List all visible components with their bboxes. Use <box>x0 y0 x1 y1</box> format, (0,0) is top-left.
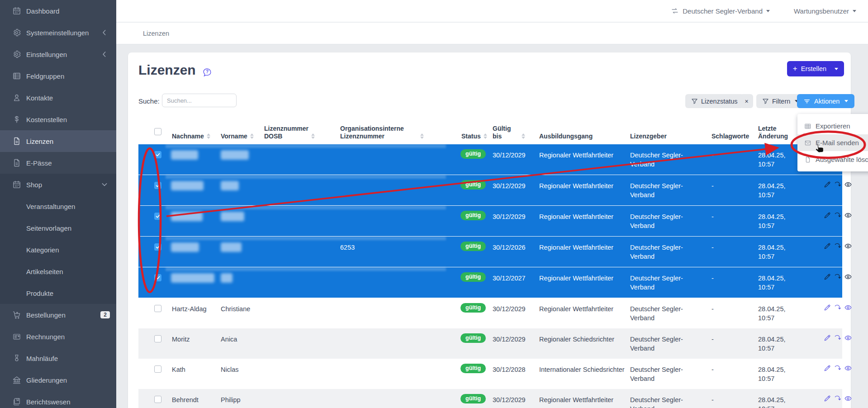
view-button[interactable] <box>844 304 852 312</box>
help-icon[interactable]: ? <box>202 65 212 75</box>
sort-arrows-icon[interactable] <box>522 133 525 139</box>
license-status-filter-chip[interactable]: Lizenzstatus <box>685 94 744 108</box>
status-badge: gültig <box>460 333 486 343</box>
table-row[interactable]: gültig30/12/2027Regionaler Wettfahrtleit… <box>138 267 842 298</box>
org-switcher[interactable]: Deutscher Segler-Verband <box>671 7 770 15</box>
table-row[interactable]: BehrendtPhilippgültig30/12/2029Regionale… <box>138 389 842 408</box>
renew-button[interactable] <box>834 180 842 189</box>
view-button[interactable] <box>844 364 852 372</box>
cell-valid-until: 30/12/2029 <box>493 151 525 160</box>
pencil-icon <box>823 364 831 372</box>
table-row[interactable]: MoritzAnicagültig30/12/2029Regionaler Sc… <box>138 328 842 359</box>
sidebar-item-artikelseiten[interactable]: Artikelseiten <box>0 261 116 282</box>
column-header-5[interactable]: Status <box>461 133 489 140</box>
view-button[interactable] <box>844 273 852 281</box>
sidebar-item-kategorien[interactable]: Kategorien <box>0 239 116 261</box>
edit-button[interactable] <box>823 304 831 312</box>
table-row[interactable]: 6253gültig30/12/2026Regionaler Wettfahrt… <box>138 237 842 267</box>
sidebar-item-lizenzen[interactable]: Lizenzen <box>0 130 116 152</box>
sidebar-item-kontakte[interactable]: Kontakte <box>0 87 116 109</box>
sort-arrows-icon[interactable] <box>207 133 210 139</box>
view-button[interactable] <box>844 334 852 342</box>
view-button[interactable] <box>844 394 852 403</box>
row-checkbox[interactable] <box>154 274 161 281</box>
license-status-filter-remove-button[interactable]: × <box>740 94 753 108</box>
sort-arrows-icon[interactable] <box>484 133 487 139</box>
search-input[interactable] <box>162 94 237 107</box>
row-checkbox[interactable] <box>154 335 161 342</box>
row-checkbox[interactable] <box>154 182 161 189</box>
column-header-2[interactable]: Vorname <box>221 133 259 140</box>
sidebar-item-kostenstellen[interactable]: Kostenstellen <box>0 109 116 130</box>
column-header-1[interactable]: Nachname <box>172 133 215 140</box>
sidebar-item-bestellungen[interactable]: Bestellungen2 <box>0 304 116 326</box>
row-checkbox[interactable] <box>154 243 161 251</box>
sidebar-item-veranstaltungen[interactable]: Veranstaltungen <box>0 195 116 217</box>
renew-button[interactable] <box>834 273 842 281</box>
column-header-3[interactable]: Lizenznummer DOSB <box>264 125 315 140</box>
view-button[interactable] <box>844 180 852 189</box>
row-checkbox[interactable] <box>154 305 161 312</box>
menu-item-e-mail-senden[interactable]: E-Mail senden <box>797 134 868 151</box>
sidebar-item-feldgruppen[interactable]: Feldgruppen <box>0 65 116 87</box>
sidebar-item-seitenvorlagen[interactable]: Seitenvorlagen <box>0 217 116 239</box>
table-row[interactable]: gültig30/12/2029Regionaler Wettfahrtleit… <box>138 206 842 237</box>
renew-button[interactable] <box>834 211 842 219</box>
sidebar-item-systemeinstellungen[interactable]: Systemeinstellungen <box>0 22 116 43</box>
breadcrumb[interactable]: Lizenzen <box>143 30 169 37</box>
rotate-icon <box>834 211 842 219</box>
sort-arrows-icon[interactable] <box>250 133 254 139</box>
sidebar-item-e-pässe[interactable]: E-Pässe <box>0 152 116 174</box>
create-button[interactable]: + Erstellen <box>787 61 844 76</box>
renew-button[interactable] <box>834 334 842 342</box>
edit-button[interactable] <box>823 242 831 250</box>
edit-button[interactable] <box>823 180 831 189</box>
renew-button[interactable] <box>834 304 842 312</box>
table-row[interactable]: gültig30/12/2029Regionaler Wettfahrtleit… <box>138 144 842 175</box>
edit-button[interactable] <box>823 364 831 372</box>
mail-icon <box>804 139 811 147</box>
pencil-icon <box>823 394 831 403</box>
actions-button[interactable]: Aktionen <box>797 94 854 108</box>
person-icon <box>12 93 21 102</box>
renew-button[interactable] <box>834 394 842 403</box>
sidebar-item-gliederungen[interactable]: Gliederungen <box>0 369 116 391</box>
table-row[interactable]: KathNiclasgültig30/12/2028Internationale… <box>138 359 842 389</box>
table-row[interactable]: gültig30/12/2029Regionaler Wettfahrtleit… <box>138 175 842 206</box>
pencil-icon <box>823 180 831 189</box>
edit-button[interactable] <box>823 273 831 281</box>
menu-item-ausgewählte-löschen[interactable]: Ausgewählte löschen <box>797 151 868 168</box>
edit-button[interactable] <box>823 394 831 403</box>
sidebar-item-einstellungen[interactable]: Einstellungen <box>0 43 116 65</box>
edit-button[interactable] <box>823 211 831 219</box>
sort-arrows-icon[interactable] <box>311 133 315 139</box>
row-checkbox[interactable] <box>154 151 161 158</box>
sidebar-item-dashboard[interactable]: Dashboard <box>0 0 116 22</box>
menu-item-exportieren[interactable]: Exportieren <box>797 118 868 134</box>
cell-first-name: Christiane <box>221 304 259 313</box>
view-button[interactable] <box>844 211 852 219</box>
redacted-first-name <box>221 150 249 160</box>
redacted-first-name <box>221 212 244 221</box>
sidebar-item-mahnläufe[interactable]: Mahnläufe <box>0 347 116 369</box>
select-all-checkbox[interactable] <box>154 128 161 135</box>
sidebar-item-rechnungen[interactable]: Rechnungen <box>0 326 116 347</box>
row-checkbox[interactable] <box>154 396 161 403</box>
redacted-first-name <box>221 273 232 283</box>
renew-button[interactable] <box>834 242 842 250</box>
column-header-4[interactable]: Organisationsinterne Lizenznummer <box>340 125 424 140</box>
table-row[interactable]: Hartz-AldagChristianegültig30/12/2029Reg… <box>138 298 842 328</box>
sort-arrows-icon[interactable] <box>420 133 424 139</box>
row-checkbox[interactable] <box>154 213 161 220</box>
sidebar-item-berichtswesen[interactable]: Berichtswesen <box>0 391 116 408</box>
edit-button[interactable] <box>823 334 831 342</box>
column-header-6[interactable]: Gültig bis <box>493 125 525 140</box>
sidebar-item-produkte[interactable]: Produkte <box>0 282 116 304</box>
sidebar-item-shop[interactable]: Shop <box>0 174 116 195</box>
row-checkbox[interactable] <box>154 365 161 373</box>
cell-first-name: Philipp <box>221 395 259 404</box>
renew-button[interactable] <box>834 364 842 372</box>
user-menu[interactable]: Wartungsbenutzer <box>794 7 856 15</box>
view-button[interactable] <box>844 242 852 250</box>
page-title: Lizenzen <box>138 62 196 78</box>
